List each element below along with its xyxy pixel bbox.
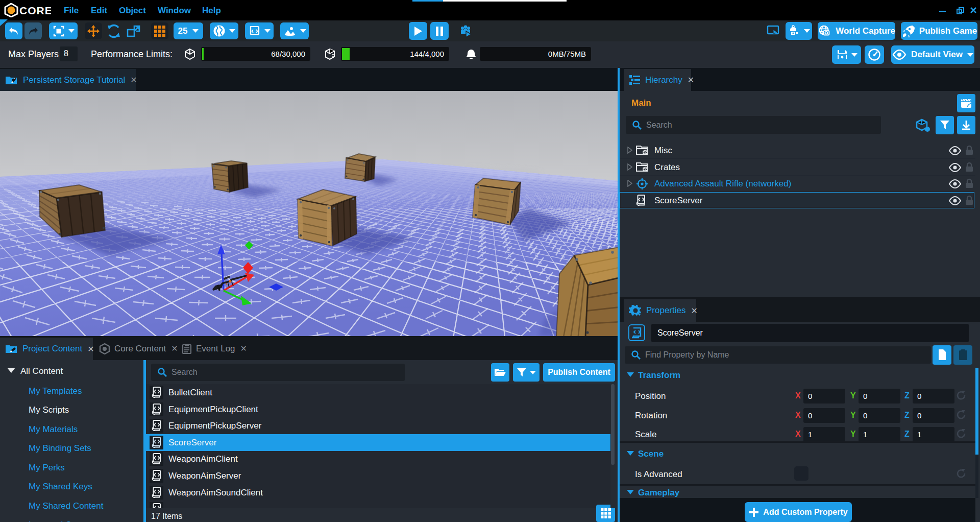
svg-text:CORE: CORE <box>19 5 51 16</box>
